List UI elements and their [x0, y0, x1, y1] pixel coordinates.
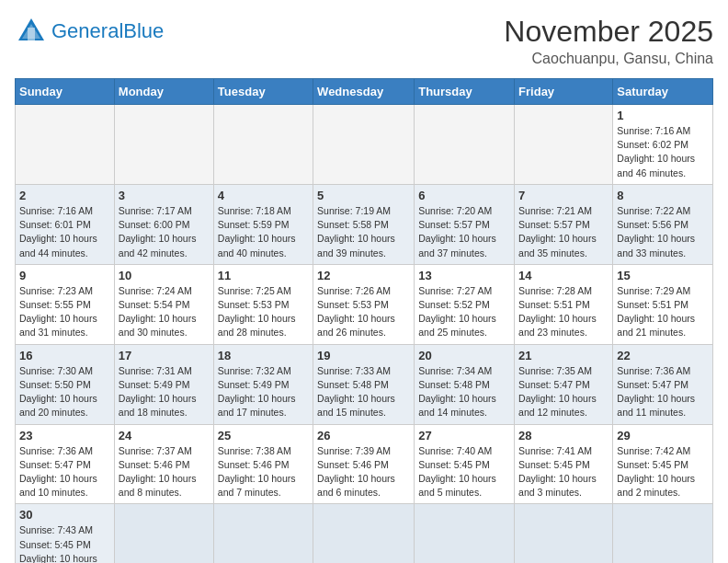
calendar-cell: 18Sunrise: 7:32 AM Sunset: 5:49 PM Dayli… [213, 344, 313, 424]
day-number: 13 [418, 269, 510, 282]
calendar-cell: 27Sunrise: 7:40 AM Sunset: 5:45 PM Dayli… [415, 424, 515, 504]
calendar-cell: 10Sunrise: 7:24 AM Sunset: 5:54 PM Dayli… [114, 264, 213, 344]
day-number: 9 [19, 269, 110, 282]
day-number: 24 [119, 429, 210, 442]
day-number: 2 [19, 189, 110, 202]
day-info: Sunrise: 7:24 AM Sunset: 5:54 PM Dayligh… [119, 284, 210, 340]
day-number: 19 [317, 349, 410, 362]
calendar-week-row: 16Sunrise: 7:30 AM Sunset: 5:50 PM Dayli… [16, 344, 713, 424]
day-info: Sunrise: 7:39 AM Sunset: 5:46 PM Dayligh… [317, 444, 410, 500]
day-number: 17 [119, 349, 210, 362]
day-number: 26 [317, 429, 410, 442]
calendar-cell [313, 504, 415, 563]
calendar-cell: 14Sunrise: 7:28 AM Sunset: 5:51 PM Dayli… [515, 264, 613, 344]
calendar-cell: 6Sunrise: 7:20 AM Sunset: 5:57 PM Daylig… [415, 184, 515, 264]
calendar-cell: 3Sunrise: 7:17 AM Sunset: 6:00 PM Daylig… [114, 184, 213, 264]
calendar-cell [415, 504, 515, 563]
weekday-header-monday: Monday [114, 79, 213, 105]
day-number: 25 [218, 429, 309, 442]
day-number: 18 [218, 349, 309, 362]
day-info: Sunrise: 7:41 AM Sunset: 5:45 PM Dayligh… [518, 444, 609, 500]
day-number: 14 [518, 269, 609, 282]
calendar-cell: 22Sunrise: 7:36 AM Sunset: 5:47 PM Dayli… [613, 344, 713, 424]
calendar-cell: 16Sunrise: 7:30 AM Sunset: 5:50 PM Dayli… [16, 344, 115, 424]
day-info: Sunrise: 7:40 AM Sunset: 5:45 PM Dayligh… [418, 444, 510, 500]
day-info: Sunrise: 7:36 AM Sunset: 5:47 PM Dayligh… [617, 364, 709, 420]
day-number: 27 [418, 429, 510, 442]
month-title: November 2025 [504, 15, 713, 49]
day-info: Sunrise: 7:30 AM Sunset: 5:50 PM Dayligh… [19, 364, 110, 420]
calendar-cell: 24Sunrise: 7:37 AM Sunset: 5:46 PM Dayli… [114, 424, 213, 504]
day-number: 3 [119, 189, 210, 202]
day-info: Sunrise: 7:26 AM Sunset: 5:53 PM Dayligh… [317, 284, 410, 340]
day-info: Sunrise: 7:22 AM Sunset: 5:56 PM Dayligh… [617, 204, 709, 260]
day-info: Sunrise: 7:29 AM Sunset: 5:51 PM Dayligh… [617, 284, 709, 340]
day-number: 7 [518, 189, 609, 202]
day-info: Sunrise: 7:32 AM Sunset: 5:49 PM Dayligh… [218, 364, 309, 420]
weekday-header-friday: Friday [515, 79, 613, 105]
calendar-cell: 21Sunrise: 7:35 AM Sunset: 5:47 PM Dayli… [515, 344, 613, 424]
calendar-cell [613, 504, 713, 563]
calendar-cell: 8Sunrise: 7:22 AM Sunset: 5:56 PM Daylig… [613, 184, 713, 264]
calendar-cell: 13Sunrise: 7:27 AM Sunset: 5:52 PM Dayli… [415, 264, 515, 344]
calendar-cell: 30Sunrise: 7:43 AM Sunset: 5:45 PM Dayli… [16, 504, 115, 563]
day-number: 11 [218, 269, 309, 282]
day-number: 10 [119, 269, 210, 282]
day-info: Sunrise: 7:38 AM Sunset: 5:46 PM Dayligh… [218, 444, 309, 500]
calendar-cell [515, 105, 613, 185]
calendar-cell: 17Sunrise: 7:31 AM Sunset: 5:49 PM Dayli… [114, 344, 213, 424]
weekday-header-saturday: Saturday [613, 79, 713, 105]
day-info: Sunrise: 7:31 AM Sunset: 5:49 PM Dayligh… [119, 364, 210, 420]
day-number: 20 [418, 349, 510, 362]
calendar-cell: 19Sunrise: 7:33 AM Sunset: 5:48 PM Dayli… [313, 344, 415, 424]
calendar-cell [415, 105, 515, 185]
day-number: 8 [617, 189, 709, 202]
weekday-header-sunday: Sunday [16, 79, 115, 105]
day-number: 28 [518, 429, 609, 442]
day-number: 15 [617, 269, 709, 282]
day-number: 6 [418, 189, 510, 202]
logo-text: GeneralBlue [51, 20, 164, 42]
day-info: Sunrise: 7:16 AM Sunset: 6:01 PM Dayligh… [19, 204, 110, 260]
day-info: Sunrise: 7:25 AM Sunset: 5:53 PM Dayligh… [218, 284, 309, 340]
calendar-cell: 26Sunrise: 7:39 AM Sunset: 5:46 PM Dayli… [313, 424, 415, 504]
calendar-week-row: 1Sunrise: 7:16 AM Sunset: 6:02 PM Daylig… [16, 105, 713, 185]
day-number: 23 [19, 429, 110, 442]
day-number: 1 [617, 109, 709, 122]
day-number: 12 [317, 269, 410, 282]
calendar-week-row: 9Sunrise: 7:23 AM Sunset: 5:55 PM Daylig… [16, 264, 713, 344]
logo: GeneralBlue [15, 15, 164, 48]
calendar-cell: 5Sunrise: 7:19 AM Sunset: 5:58 PM Daylig… [313, 184, 415, 264]
day-info: Sunrise: 7:37 AM Sunset: 5:46 PM Dayligh… [119, 444, 210, 500]
day-number: 22 [617, 349, 709, 362]
calendar-cell: 29Sunrise: 7:42 AM Sunset: 5:45 PM Dayli… [613, 424, 713, 504]
calendar-cell: 11Sunrise: 7:25 AM Sunset: 5:53 PM Dayli… [213, 264, 313, 344]
logo-blue: Blue [123, 19, 164, 42]
calendar-cell: 12Sunrise: 7:26 AM Sunset: 5:53 PM Dayli… [313, 264, 415, 344]
header: GeneralBlue November 2025 Caochuanpu, Ga… [15, 15, 713, 67]
title-area: November 2025 Caochuanpu, Gansu, China [504, 15, 713, 67]
location-title: Caochuanpu, Gansu, China [504, 51, 713, 67]
calendar-cell: 4Sunrise: 7:18 AM Sunset: 5:59 PM Daylig… [213, 184, 313, 264]
calendar-cell [114, 504, 213, 563]
day-number: 16 [19, 349, 110, 362]
calendar-cell [213, 504, 313, 563]
logo-icon [15, 15, 48, 48]
day-number: 21 [518, 349, 609, 362]
day-info: Sunrise: 7:43 AM Sunset: 5:45 PM Dayligh… [19, 523, 110, 563]
day-info: Sunrise: 7:33 AM Sunset: 5:48 PM Dayligh… [317, 364, 410, 420]
calendar-cell [213, 105, 313, 185]
calendar-cell: 2Sunrise: 7:16 AM Sunset: 6:01 PM Daylig… [16, 184, 115, 264]
day-number: 30 [19, 508, 110, 522]
calendar-week-row: 23Sunrise: 7:36 AM Sunset: 5:47 PM Dayli… [16, 424, 713, 504]
calendar-cell: 1Sunrise: 7:16 AM Sunset: 6:02 PM Daylig… [613, 105, 713, 185]
logo-general: General [51, 19, 123, 42]
day-number: 29 [617, 429, 709, 442]
calendar-cell: 7Sunrise: 7:21 AM Sunset: 5:57 PM Daylig… [515, 184, 613, 264]
weekday-header-thursday: Thursday [415, 79, 515, 105]
weekday-header-tuesday: Tuesday [213, 79, 313, 105]
calendar-table: SundayMondayTuesdayWednesdayThursdayFrid… [15, 78, 713, 563]
calendar-week-row: 30Sunrise: 7:43 AM Sunset: 5:45 PM Dayli… [16, 504, 713, 563]
day-info: Sunrise: 7:20 AM Sunset: 5:57 PM Dayligh… [418, 204, 510, 260]
day-info: Sunrise: 7:23 AM Sunset: 5:55 PM Dayligh… [19, 284, 110, 340]
